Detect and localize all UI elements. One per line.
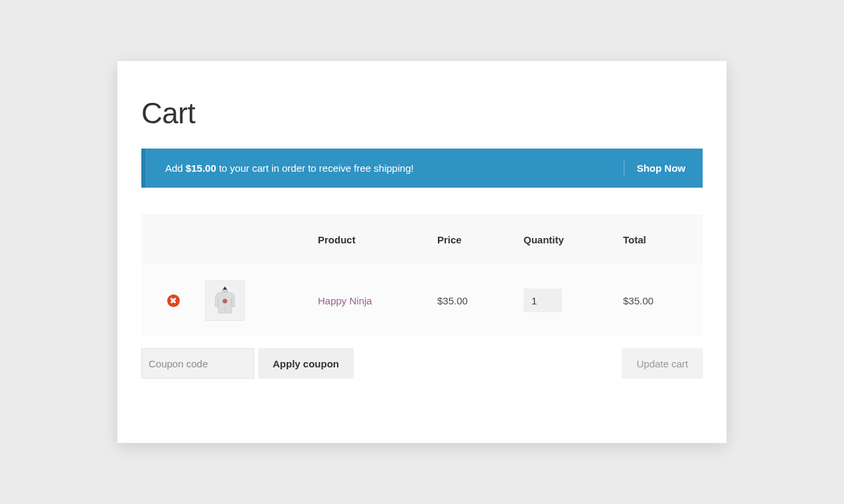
header-price: Price <box>437 234 524 245</box>
cart-card: Cart Add $15.00 to your cart in order to… <box>117 61 727 443</box>
banner-text-pre: Add <box>165 162 186 174</box>
cart-actions: Apply coupon Update cart <box>141 348 703 379</box>
banner-text: Add $15.00 to your cart in order to rece… <box>165 162 413 174</box>
svg-point-1 <box>223 299 228 304</box>
remove-item-button[interactable] <box>167 294 180 307</box>
banner-text-post: to your cart in order to receive free sh… <box>216 162 414 174</box>
header-quantity: Quantity <box>524 234 623 245</box>
banner-amount: $15.00 <box>186 162 216 174</box>
quantity-input[interactable] <box>524 288 562 312</box>
free-shipping-banner: Add $15.00 to your cart in order to rece… <box>141 149 703 188</box>
product-name-link[interactable]: Happy Ninja <box>318 295 437 306</box>
apply-coupon-button[interactable]: Apply coupon <box>258 348 354 379</box>
coupon-input[interactable] <box>141 348 254 379</box>
cart-table-row: Happy Ninja $35.00 $35.00 <box>141 265 703 336</box>
coupon-group: Apply coupon <box>141 348 354 379</box>
remove-cell <box>141 294 205 307</box>
page-title: Cart <box>141 97 703 130</box>
header-total: Total <box>623 234 703 245</box>
cart-table: Product Price Quantity Total <box>141 214 703 336</box>
hoodie-icon <box>210 284 240 317</box>
update-cart-button[interactable]: Update cart <box>622 348 703 379</box>
product-thumbnail[interactable] <box>205 281 245 321</box>
quantity-cell <box>524 288 623 312</box>
product-price: $35.00 <box>437 295 524 306</box>
cart-table-header: Product Price Quantity Total <box>141 214 703 265</box>
product-total: $35.00 <box>623 295 703 306</box>
shop-now-link[interactable]: Shop Now <box>624 162 685 174</box>
header-product: Product <box>318 234 437 245</box>
thumbnail-cell <box>205 281 318 321</box>
